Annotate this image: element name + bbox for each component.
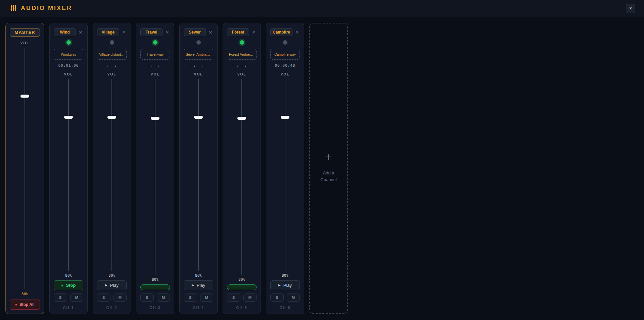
channel-close-icon[interactable]: ✕ — [78, 30, 83, 35]
channel-name-input[interactable]: Travel — [140, 28, 163, 36]
mute-button[interactable]: M — [157, 294, 170, 302]
channel-name-input[interactable]: Campfire — [270, 28, 292, 36]
channel-number-label: CH 5 — [236, 306, 247, 310]
play-stop-button[interactable] — [140, 284, 170, 290]
status-dot — [196, 40, 201, 45]
mute-button[interactable]: M — [243, 294, 257, 302]
stop-all-button[interactable]: ■ Stop All — [10, 300, 40, 310]
solo-mute-row: S M — [270, 294, 300, 302]
solo-button[interactable]: S — [227, 294, 240, 302]
solo-button[interactable]: S — [184, 294, 197, 302]
channel-number-label: CH 4 — [193, 306, 204, 310]
play-stop-label: Play — [197, 283, 205, 288]
audio-file-button[interactable]: Sewer Ambian… — [184, 49, 213, 60]
channel-name-input[interactable]: Wind — [54, 28, 76, 36]
channel-vol-label: VOL — [64, 72, 73, 76]
master-channel: MASTER VOL 80% ■ Stop All — [5, 23, 44, 314]
plus-icon: + — [325, 151, 332, 162]
playback-time: 00:01:06 — [58, 63, 79, 68]
channel-volume-slider[interactable] — [140, 79, 170, 275]
channel-name-input[interactable]: Forest — [227, 28, 249, 36]
channel-slider-handle[interactable] — [281, 116, 289, 119]
solo-button[interactable]: S — [140, 294, 154, 302]
playback-time: --:--:-- — [102, 63, 122, 68]
play-stop-label: Play — [283, 283, 292, 288]
mixer-row: MASTER VOL 80% ■ Stop All Wind ✕ Wind.wa… — [0, 16, 644, 320]
channel-volume-slider[interactable] — [97, 79, 127, 271]
play-stop-button[interactable] — [227, 284, 257, 290]
mute-button[interactable]: M — [200, 294, 214, 302]
master-volume-slider[interactable] — [10, 48, 40, 289]
channel-strip: Village ✕ Village distant … --:--:-- VOL… — [93, 23, 131, 314]
stop-icon: ■ — [15, 303, 17, 306]
channel-close-icon[interactable]: ✕ — [251, 30, 257, 35]
mute-button[interactable]: M — [113, 294, 127, 302]
channel-volume-percent: 80% — [152, 277, 158, 282]
audio-file-button[interactable]: Village distant … — [97, 49, 127, 60]
mute-button[interactable]: M — [287, 294, 300, 302]
channel-name-row: Wind ✕ — [54, 28, 83, 36]
page-title: AUDIO MIXER — [21, 5, 72, 12]
channel-volume-slider[interactable] — [227, 79, 257, 275]
channel-number-label: CH 1 — [63, 306, 74, 310]
channel-vol-label: VOL — [194, 72, 203, 76]
channel-close-icon[interactable]: ✕ — [294, 30, 300, 35]
master-volume-percent: 80% — [21, 292, 28, 296]
channel-name-row: Sewer ✕ — [184, 28, 213, 36]
channel-volume-percent: 80% — [238, 277, 245, 282]
play-stop-label: Stop — [66, 283, 76, 288]
audio-file-button[interactable]: Wind.wav — [54, 49, 83, 60]
channel-slider-handle[interactable] — [107, 116, 116, 119]
solo-button[interactable]: S — [97, 294, 110, 302]
play-stop-button[interactable]: ▶ Play — [270, 280, 300, 290]
audio-file-button[interactable]: Campfire.wav — [270, 49, 300, 60]
channel-slider-handle[interactable] — [194, 116, 203, 119]
channel-strip: Forest ✕ Forest Ambien… --:--:-- VOL 80%… — [223, 23, 261, 314]
add-channel-button[interactable]: + Add a Channel — [309, 23, 348, 314]
mute-button[interactable]: M — [70, 294, 84, 302]
channel-volume-slider[interactable] — [184, 79, 213, 271]
master-slider-handle[interactable] — [20, 95, 29, 98]
slider-track — [198, 79, 199, 271]
channel-volume-percent: 80% — [282, 273, 288, 278]
channel-close-icon[interactable]: ✕ — [208, 30, 213, 35]
channel-close-icon[interactable]: ✕ — [121, 30, 127, 35]
channel-slider-handle[interactable] — [64, 116, 73, 119]
solo-button[interactable]: S — [54, 294, 67, 302]
channel-slider-handle[interactable] — [237, 117, 246, 120]
window-close-button[interactable]: ✕ — [626, 4, 635, 13]
audio-file-button[interactable]: Travel.wav — [140, 49, 170, 60]
channel-number-label: CH 3 — [149, 306, 160, 310]
solo-mute-row: S M — [54, 294, 83, 302]
channel-volume-percent: 80% — [195, 273, 202, 278]
channel-slider-handle[interactable] — [151, 117, 159, 120]
channel-name-input[interactable]: Village — [97, 28, 119, 36]
slider-track — [285, 79, 285, 271]
channel-vol-label: VOL — [107, 72, 117, 76]
audio-file-button[interactable]: Forest Ambien… — [227, 49, 257, 60]
slider-track — [25, 48, 25, 289]
channel-close-icon[interactable]: ✕ — [165, 30, 170, 35]
master-label: MASTER — [10, 28, 40, 37]
channel-name-row: Campfire ✕ — [270, 28, 300, 36]
playback-time: --:--:-- — [188, 63, 209, 68]
channel-volume-slider[interactable] — [270, 79, 300, 271]
app-header: AUDIO MIXER ✕ — [0, 0, 644, 16]
status-dot — [240, 40, 244, 45]
channel-name-input[interactable]: Sewer — [184, 28, 206, 36]
slider-track — [241, 79, 242, 275]
solo-mute-row: S M — [184, 294, 213, 302]
solo-mute-row: S M — [140, 294, 170, 302]
channel-name-row: Forest ✕ — [227, 28, 257, 36]
channel-name-row: Village ✕ — [97, 28, 127, 36]
channel-volume-slider[interactable] — [54, 79, 83, 271]
solo-button[interactable]: S — [270, 294, 284, 302]
add-channel-label: Add a Channel — [317, 170, 340, 183]
play-stop-button[interactable]: ▶ Play — [184, 280, 213, 290]
channel-vol-label: VOL — [151, 72, 160, 76]
play-stop-icon: ■ — [61, 284, 63, 287]
play-stop-button[interactable]: ▶ Play — [97, 280, 127, 290]
channel-strip: Campfire ✕ Campfire.wav 00:00:48 VOL 80%… — [266, 23, 304, 314]
play-stop-button[interactable]: ■ Stop — [54, 280, 83, 290]
play-stop-label: Play — [110, 283, 119, 288]
